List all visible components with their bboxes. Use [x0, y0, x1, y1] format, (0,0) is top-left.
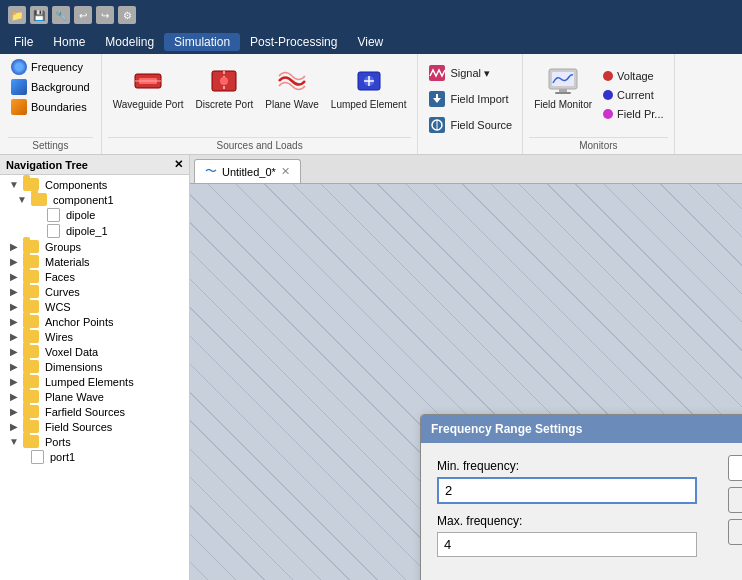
nav-tree-close[interactable]: ✕ — [174, 158, 183, 171]
dialog-body: Min. frequency: Max. frequency: OK Cance… — [421, 443, 742, 580]
voltage-label: Voltage — [617, 70, 654, 82]
menu-simulation[interactable]: Simulation — [164, 33, 240, 51]
ribbon-btn-lumped[interactable]: Lumped Element — [326, 62, 412, 113]
ribbon-btn-discrete[interactable]: Discrete Port — [191, 62, 259, 113]
voltage-dot — [603, 71, 613, 81]
tree-label-farfield: Farfield Sources — [45, 406, 125, 418]
ribbon-btn-field-import[interactable]: Field Import — [424, 88, 516, 110]
dialog-buttons: OK Cancel Help — [728, 455, 742, 545]
min-frequency-row: Min. frequency: — [437, 459, 742, 504]
settings-items: Frequency Background Boundaries — [8, 58, 93, 137]
discrete-icon — [208, 65, 240, 97]
signal-items: Signal ▾ Field Import — [424, 58, 516, 136]
expand-icon-materials: ▶ — [8, 256, 20, 268]
min-frequency-input[interactable] — [437, 477, 697, 504]
expand-icon-anchor: ▶ — [8, 316, 20, 328]
ribbon-btn-background[interactable]: Background — [8, 78, 93, 96]
ribbon-group-signal: Signal ▾ Field Import — [418, 54, 523, 154]
frequency-icon — [11, 59, 27, 75]
app-icon-6[interactable]: ⚙ — [118, 6, 136, 24]
tree-label-materials: Materials — [45, 256, 90, 268]
background-label: Background — [31, 81, 90, 93]
ribbon-btn-field-monitor[interactable]: Field Monitor — [529, 62, 597, 113]
dialog-overlay: Frequency Range Settings ✕ Min. frequenc… — [190, 184, 742, 580]
ribbon-btn-waveguide[interactable]: Waveguide Port — [108, 62, 189, 113]
nav-tree: Navigation Tree ✕ ▼ Components ▼ compone… — [0, 155, 190, 580]
ribbon-btn-field-p[interactable]: Field Pr... — [599, 106, 667, 122]
lumped-icon — [353, 65, 385, 97]
tree-label-curves: Curves — [45, 286, 80, 298]
file-icon-dipole — [47, 208, 60, 222]
folder-icon-ports — [23, 435, 39, 448]
field-monitor-label: Field Monitor — [534, 99, 592, 110]
plane-wave-icon — [276, 65, 308, 97]
ribbon-group-monitors: Field Monitor Voltage Current Field Pr..… — [523, 54, 674, 154]
tree-label-plane-wave: Plane Wave — [45, 391, 104, 403]
menu-file[interactable]: File — [4, 33, 43, 51]
app-icon-3[interactable]: 🔧 — [52, 6, 70, 24]
tab-untitled[interactable]: 〜 Untitled_0* ✕ — [194, 159, 301, 183]
expand-icon-components: ▼ — [8, 179, 20, 191]
lumped-label: Lumped Element — [331, 99, 407, 110]
waveguide-icon — [132, 65, 164, 97]
canvas-area: https://blog.csdn.net/qq_41542947 Freque… — [190, 184, 742, 580]
tab-close-btn[interactable]: ✕ — [281, 165, 290, 178]
tree-item-ports[interactable]: ▼ Ports — [0, 434, 189, 449]
ribbon-btn-current[interactable]: Current — [599, 87, 667, 103]
tree-label-wires: Wires — [45, 331, 73, 343]
tree-item-components[interactable]: ▼ Components — [0, 177, 189, 192]
max-frequency-input[interactable] — [437, 532, 697, 557]
folder-icon-components — [23, 178, 39, 191]
nav-tree-title: Navigation Tree — [6, 159, 88, 171]
expand-icon-farfield: ▶ — [8, 406, 20, 418]
boundaries-icon — [11, 99, 27, 115]
ribbon-btn-plane-wave[interactable]: Plane Wave — [260, 62, 324, 113]
ribbon-btn-frequency[interactable]: Frequency — [8, 58, 93, 76]
nav-tree-content: ▼ Components ▼ component1 dipole dipole_… — [0, 175, 189, 580]
frequency-label: Frequency — [31, 61, 83, 73]
ribbon-btn-field-source[interactable]: Field Source — [424, 114, 516, 136]
tree-label-voxel: Voxel Data — [45, 346, 98, 358]
background-icon — [11, 79, 27, 95]
ribbon-btn-signal[interactable]: Signal ▾ — [424, 62, 516, 84]
app-icon-1[interactable]: 📁 — [8, 6, 26, 24]
file-icon-dipole1 — [47, 224, 60, 238]
tree-item-port1[interactable]: port1 — [0, 449, 189, 465]
app-icon-2[interactable]: 💾 — [30, 6, 48, 24]
sources-group-label: Sources and Loads — [108, 137, 412, 154]
field-source-icon — [428, 116, 446, 134]
monitors-buttons: Field Monitor Voltage Current Field Pr..… — [529, 58, 667, 137]
discrete-label: Discrete Port — [196, 99, 254, 110]
expand-icon-curves: ▶ — [8, 286, 20, 298]
cancel-button[interactable]: Cancel — [728, 487, 742, 513]
tree-label-field-sources: Field Sources — [45, 421, 112, 433]
tree-label-dipole: dipole — [66, 209, 95, 221]
ribbon-btn-voltage[interactable]: Voltage — [599, 68, 667, 84]
field-import-label: Field Import — [450, 93, 508, 105]
ok-button[interactable]: OK — [728, 455, 742, 481]
help-button[interactable]: Help — [728, 519, 742, 545]
waveguide-label: Waveguide Port — [113, 99, 184, 110]
svg-rect-17 — [559, 89, 567, 92]
expand-icon-lumped-elements: ▶ — [8, 376, 20, 388]
menu-home[interactable]: Home — [43, 33, 95, 51]
app-icon-4[interactable]: ↩ — [74, 6, 92, 24]
tree-label-wcs: WCS — [45, 301, 71, 313]
app-icon-5[interactable]: ↪ — [96, 6, 114, 24]
current-label: Current — [617, 89, 654, 101]
monitors-group-label: Monitors — [529, 137, 667, 154]
tree-label-anchor-points: Anchor Points — [45, 316, 113, 328]
menu-modeling[interactable]: Modeling — [95, 33, 164, 51]
tree-label-ports: Ports — [45, 436, 71, 448]
file-icon-port1 — [31, 450, 44, 464]
tree-item-component1[interactable]: ▼ component1 — [0, 192, 189, 207]
menu-view[interactable]: View — [347, 33, 393, 51]
menu-post-processing[interactable]: Post-Processing — [240, 33, 347, 51]
svg-point-5 — [220, 77, 228, 85]
expand-icon-wires: ▶ — [8, 331, 20, 343]
field-p-dot — [603, 109, 613, 119]
ribbon-group-sources: Waveguide Port Discrete Port — [102, 54, 419, 154]
tree-item-dipole[interactable]: dipole — [0, 207, 189, 223]
ribbon-btn-boundaries[interactable]: Boundaries — [8, 98, 93, 116]
current-dot — [603, 90, 613, 100]
